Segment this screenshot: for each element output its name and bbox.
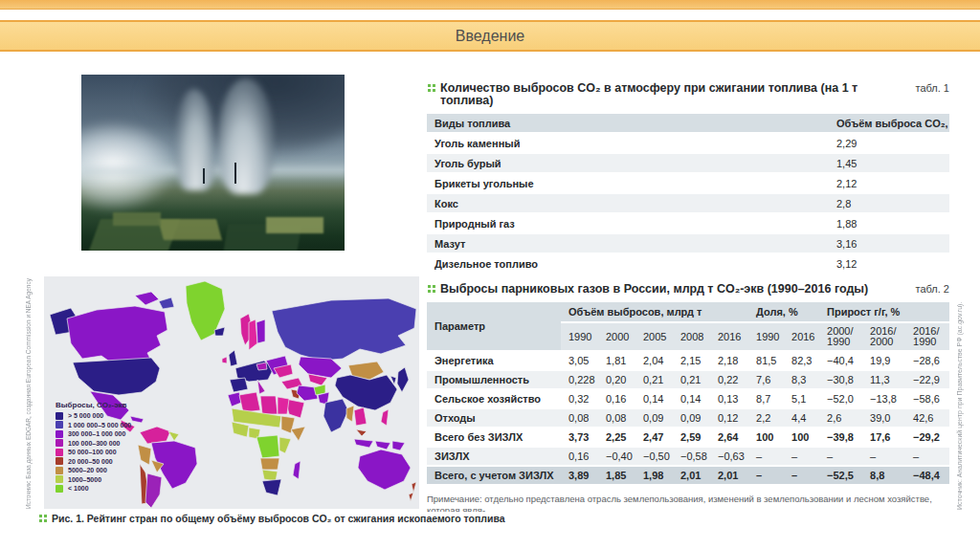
fuel-row: Брикеты угольные2,12 (427, 173, 949, 193)
legend-label: 1 000 000–5 000 000 (68, 422, 131, 428)
ghg-year-header: 1990 (561, 322, 598, 351)
ghg-row: Отходы0,080,080,090,090,122,24,42,639,04… (427, 408, 949, 428)
ghg-emissions-table: Параметр Объём выбросов, млрд т Доля, % … (427, 302, 949, 486)
legend-item: 100 000–300 000 (56, 439, 131, 447)
ghg-year-header: 2016 (710, 322, 748, 351)
note-line1: Примечание: отдельно представлена отрасл… (427, 494, 932, 512)
fuel-row: Дизельное топливо3,12 (427, 253, 949, 274)
legend-label: 20 000–50 000 (68, 458, 113, 465)
ghg-col-header: Параметр (427, 302, 561, 351)
ghg-col-header: Объём выбросов, млрд т (561, 302, 748, 322)
presentation-slide: Введение (0, 0, 980, 549)
photo-layer-field (266, 217, 324, 233)
ghg-value: −0,58 (673, 447, 710, 466)
ghg-param-name: ЗИЗЛХ (427, 447, 561, 466)
ghg-value: 0,08 (598, 408, 635, 428)
ghg-value: 42,6 (905, 408, 949, 428)
table1-tag: табл. 1 (916, 82, 950, 94)
ghg-row: Всего без ЗИЗЛХ3,732,252,472,592,6410010… (427, 428, 949, 447)
ghg-param-name: Энергетика (427, 351, 561, 370)
ghg-value: −0,50 (635, 447, 673, 466)
legend-swatch (56, 449, 63, 456)
ghg-value: – (784, 447, 819, 466)
ghg-value: 0,16 (598, 389, 635, 408)
ghg-value: 2,59 (673, 428, 710, 447)
ghg-value: 5,1 (784, 389, 819, 408)
legend-item: 20 000–50 000 (56, 457, 131, 465)
legend-label: > 5 000 000 (68, 412, 103, 419)
photo-layer-smoke (218, 78, 274, 194)
ghg-value: 2,6 (819, 408, 862, 428)
ghg-row: Энергетика3,051,812,042,152,1881,582,3−4… (427, 351, 949, 370)
ghg-value: −28,6 (905, 351, 949, 370)
ghg-value: 2,04 (635, 351, 673, 370)
ghg-value: 2,47 (635, 428, 673, 447)
ghg-value: −39,8 (819, 428, 862, 447)
table2-tag: табл. 2 (916, 283, 950, 295)
legend-swatch (56, 421, 63, 428)
list-marker-icon (39, 515, 42, 517)
ghg-param-name: Промышленность (427, 370, 561, 389)
ghg-value: 8,8 (862, 466, 905, 485)
fuel-value: 2,29 (829, 133, 949, 153)
ghg-value: 1,81 (598, 351, 635, 370)
fuel-row: Мазут3,16 (427, 233, 949, 253)
fuel-name: Брикеты угольные (427, 173, 829, 193)
fuel-value: 3,16 (829, 233, 949, 253)
fuel-col-header: Виды топлива (427, 114, 829, 133)
ghg-value: 0,14 (673, 389, 710, 408)
ghg-value: 3,89 (561, 466, 598, 485)
fuel-row: Кокс2,8 (427, 193, 949, 213)
ghg-value: −0,40 (598, 447, 635, 466)
legend-title: Выбросы, CO₂-экв (56, 401, 131, 409)
fuel-value: 1,45 (829, 153, 949, 173)
legend-item: 300 000–1 000 000 (56, 430, 131, 438)
ghg-value: 1,98 (635, 466, 673, 485)
ghg-value: 4,4 (784, 408, 819, 428)
legend-label: 300 000–1 000 000 (68, 430, 125, 437)
fuel-name: Мазут (427, 233, 829, 253)
legend-label: 50 000–100 000 (68, 449, 117, 455)
photo-layer-stack (203, 168, 205, 184)
list-marker-icon (428, 84, 431, 87)
slide-title-band: Введение (0, 20, 980, 52)
fuel-row: Уголь каменный2,29 (427, 133, 949, 153)
map-legend: Выбросы, CO₂-экв > 5 000 0001 000 000–5 … (56, 401, 131, 494)
ghg-value: 3,05 (561, 351, 598, 370)
fuel-row: Уголь бурый1,45 (427, 153, 949, 173)
legend-items: > 5 000 0001 000 000–5 000 000300 000–1 … (56, 412, 131, 493)
legend-swatch (56, 457, 63, 465)
ghg-group-header-row: Параметр Объём выбросов, млрд т Доля, % … (427, 302, 949, 322)
ghg-value: 2,25 (598, 428, 635, 447)
ghg-year-header: 2000 (598, 322, 635, 351)
table2-note: Примечание: отдельно представлена отрасл… (427, 494, 949, 512)
figure-caption-row: Рис. 1. Рейтинг стран по общему объёму в… (38, 513, 505, 524)
legend-swatch (56, 412, 63, 420)
ghg-value: 7,6 (748, 370, 784, 389)
ghg-value: 81,5 (748, 351, 784, 370)
ghg-value: −29,2 (905, 428, 949, 447)
ghg-value: 3,73 (561, 428, 598, 447)
ghg-value: 2,01 (673, 466, 710, 485)
fuel-value: 1,88 (829, 213, 949, 233)
slide-title: Введение (456, 28, 524, 45)
fuel-name: Уголь каменный (427, 133, 829, 153)
ghg-value: 11,3 (862, 370, 905, 389)
fuel-emissions-table: Виды топлива Объём выброса CO₂, т Уголь … (427, 114, 949, 274)
ghg-value: 100 (784, 428, 819, 447)
ghg-value: 0,14 (635, 389, 673, 408)
ghg-value: −48,4 (905, 466, 949, 485)
ghg-value: – (748, 447, 784, 466)
ghg-value: 0,12 (710, 408, 748, 428)
ghg-row: Промышленность0,2280,200,210,210,227,68,… (427, 370, 949, 389)
ghg-value: −13,8 (862, 389, 905, 408)
ghg-value: 2,64 (710, 428, 748, 447)
legend-swatch (56, 430, 63, 438)
ghg-value: 0,09 (673, 408, 710, 428)
ghg-value: −22,9 (905, 370, 949, 389)
ghg-value: – (905, 447, 949, 466)
legend-swatch (56, 467, 63, 474)
ghg-value: 2,2 (748, 408, 784, 428)
ghg-value: −40,4 (819, 351, 862, 370)
ghg-value: 39,0 (862, 408, 905, 428)
